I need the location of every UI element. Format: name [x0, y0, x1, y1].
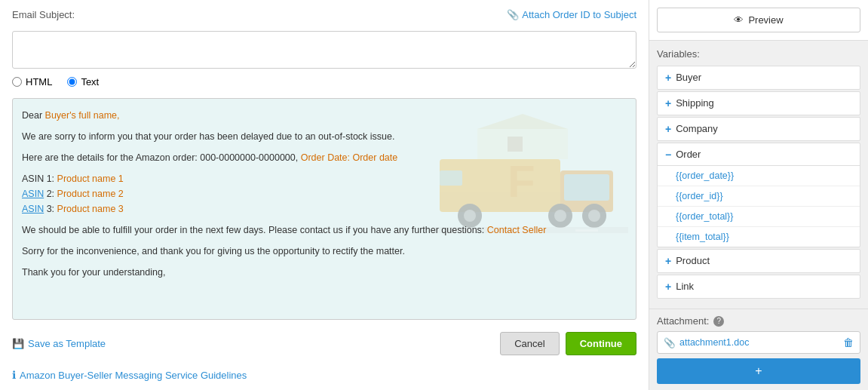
help-icon[interactable]: ? — [713, 316, 724, 327]
attachment-file: 📎 attachment1.doc 🗑 — [657, 331, 860, 354]
editor-line-fulfill: We should be able to fulfill your order … — [22, 223, 627, 238]
var-group-header-buyer[interactable]: + Buyer — [658, 66, 860, 89]
var-group-header-order[interactable]: − Order — [658, 143, 860, 166]
attachment-section: Attachment: ? 📎 attachment1.doc 🗑 + — [649, 309, 868, 390]
var-group-header-link[interactable]: + Link — [658, 275, 860, 298]
var-group-shipping: + Shipping — [657, 91, 860, 115]
var-item-order-total[interactable]: {{order_total}} — [658, 207, 860, 227]
editor-content: Dear Buyer's full name, We are sorry to … — [13, 99, 636, 295]
attach-order-link[interactable]: 📎 Attach Order ID to Subject — [507, 9, 636, 20]
attachment-filename: attachment1.doc — [679, 337, 749, 348]
var-group-header-product[interactable]: + Product — [658, 250, 860, 272]
editor-line-sorry: We are sorry to inform you that your ord… — [22, 129, 627, 144]
var-group-buyer: + Buyer — [657, 66, 860, 90]
var-expand-order: − — [665, 149, 671, 160]
var-group-product: + Product — [657, 249, 860, 273]
var-expand-product: + — [665, 256, 671, 266]
paperclip-icon: 📎 — [507, 9, 519, 20]
editor-asin-lines: ASIN 1: Product name 1 ASIN 2: Product n… — [22, 171, 627, 216]
html-radio[interactable] — [12, 77, 22, 87]
subject-row: Email Subject: 📎 Attach Order ID to Subj… — [12, 9, 636, 20]
guidelines-link[interactable]: Amazon Buyer-Seller Messaging Service Gu… — [20, 370, 247, 381]
delete-attachment-icon[interactable]: 🗑 — [843, 336, 854, 349]
variables-section: Variables: + Buyer + Shipping + Company — [649, 41, 868, 309]
button-group: Cancel Continue — [500, 332, 636, 355]
editor-line-sorry2: Sorry for the inconvenience, and thank y… — [22, 244, 627, 259]
variables-label: Variables: — [657, 48, 860, 60]
editor-line-greeting: Dear Buyer's full name, — [22, 108, 627, 123]
html-radio-label[interactable]: HTML — [12, 76, 52, 88]
cancel-button[interactable]: Cancel — [500, 332, 559, 355]
var-group-header-shipping[interactable]: + Shipping — [658, 92, 860, 115]
attachment-label: Attachment: ? — [657, 315, 860, 327]
var-expand-shipping: + — [665, 98, 671, 109]
preview-button[interactable]: 👁 Preview — [657, 8, 860, 32]
attachment-paperclip-icon: 📎 — [664, 337, 676, 349]
continue-button[interactable]: Continue — [566, 332, 636, 355]
add-attachment-button[interactable]: + — [657, 358, 860, 384]
editor-line-thanks: Thank you for your understanding, — [22, 265, 627, 280]
guidelines-row: ℹ Amazon Buyer-Seller Messaging Service … — [12, 369, 636, 381]
subject-input[interactable] — [12, 31, 636, 69]
var-group-link: + Link — [657, 275, 860, 299]
var-group-order: − Order {{order_date}} {{order_id}} {{or… — [657, 143, 860, 247]
subject-label: Email Subject: — [12, 9, 75, 20]
eye-icon: 👁 — [734, 14, 744, 26]
var-expand-buyer: + — [665, 72, 671, 83]
var-item-order-date[interactable]: {{order_date}} — [658, 166, 860, 186]
left-panel: Email Subject: 📎 Attach Order ID to Subj… — [0, 0, 649, 390]
radio-row: HTML Text — [12, 76, 636, 88]
editor-wrapper: F Dear Buyer's full name, We are sorry t… — [12, 98, 636, 320]
text-radio-label[interactable]: Text — [67, 76, 99, 88]
save-template-link[interactable]: 💾 Save as Template — [12, 338, 106, 349]
bottom-row: 💾 Save as Template Cancel Continue — [12, 332, 636, 355]
preview-btn-wrapper: 👁 Preview — [649, 0, 868, 41]
var-expand-company: + — [665, 124, 671, 134]
info-icon: ℹ — [12, 369, 16, 381]
right-panel: 👁 Preview Variables: + Buyer + Shipping … — [649, 0, 868, 390]
var-item-order-id[interactable]: {{order_id}} — [658, 186, 860, 207]
editor-line-details: Here are the details for the Amazon orde… — [22, 150, 627, 165]
var-expand-link: + — [665, 281, 671, 292]
save-icon: 💾 — [12, 338, 24, 349]
var-item-item-total[interactable]: {{item_total}} — [658, 227, 860, 247]
text-radio[interactable] — [67, 77, 77, 87]
var-group-company: + Company — [657, 117, 860, 141]
var-group-header-company[interactable]: + Company — [658, 118, 860, 140]
